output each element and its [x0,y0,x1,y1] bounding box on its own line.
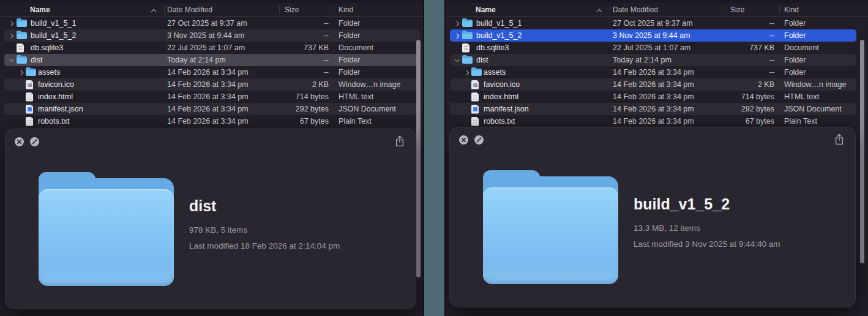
disclosure-right-icon[interactable] [18,70,23,75]
desktop-background: { "colors": { "desktop_teal": "#4e6a72",… [0,0,868,316]
disclosure-right-icon[interactable] [464,70,469,75]
column-header-name[interactable]: Name [30,3,50,17]
circle-slash-icon[interactable] [474,135,484,145]
file-kind: Document [784,42,819,54]
file-row-manifest.json[interactable]: manifest.json14 Feb 2026 at 3:34 pm292 b… [0,103,423,115]
disclosure-right-icon[interactable] [454,21,459,26]
doc-image-icon [26,80,33,89]
disclosure-right-icon[interactable] [9,33,13,38]
folder-icon [462,20,473,27]
file-kind: JSON Document [784,103,842,115]
file-name: db.sqlite3 [31,42,64,54]
folder-icon-large [483,170,618,284]
disclosure-right-icon[interactable] [454,33,459,38]
date-modified: 14 Feb 2026 at 3:34 pm [613,78,694,91]
file-row-db.sqlite3[interactable]: db.sqlite322 Jul 2025 at 1:07 am737 KBDo… [0,42,423,54]
file-name: manifest.json [38,103,83,115]
share-icon[interactable] [834,134,844,145]
circle-slash-icon[interactable] [30,137,39,146]
file-row-build_v1_5_2[interactable]: build_v1_5_23 Nov 2025 at 9:44 am--Folde… [446,29,868,42]
file-kind: Folder [339,29,360,42]
disclosure-down-icon[interactable] [9,58,13,62]
column-header-kind[interactable]: Kind [339,3,353,17]
column-divider[interactable] [610,6,610,14]
doc-json-icon [26,105,33,114]
date-modified: 14 Feb 2026 at 3:34 pm [167,103,249,115]
file-row-robots.txt[interactable]: robots.txt14 Feb 2026 at 3:34 pm67 bytes… [0,115,423,127]
doc-json-icon [471,105,479,114]
file-kind: Document [339,42,373,54]
file-row-dist[interactable]: distToday at 2:14 pm--Folder [0,54,423,66]
file-row-favicon.ico[interactable]: favicon.ico14 Feb 2026 at 3:34 pm2 KBWin… [0,78,423,91]
sort-chevron-up-icon [152,9,156,13]
date-modified: 27 Oct 2025 at 9:37 am [613,17,693,29]
file-row-dist[interactable]: distToday at 2:14 pm--Folder [446,54,868,66]
file-size: 292 bytes [709,103,774,115]
column-header-date-modified[interactable]: Date Modified [167,3,212,17]
file-name: db.sqlite3 [476,42,509,54]
circle-x-icon[interactable] [459,135,468,145]
file-size: 714 bytes [709,91,774,103]
sort-chevron-up-icon [597,9,602,13]
folder-icon [462,32,473,39]
file-row-assets[interactable]: assets14 Feb 2026 at 3:34 pm--Folder [0,66,423,78]
file-row-assets[interactable]: assets14 Feb 2026 at 3:34 pm--Folder [446,66,868,78]
file-size: -- [709,17,774,29]
doc-txt-icon [471,117,479,126]
file-size: -- [709,66,774,78]
file-row-db.sqlite3[interactable]: db.sqlite322 Jul 2025 at 1:07 am737 KBDo… [446,42,868,54]
circle-x-icon[interactable] [15,137,24,146]
file-name: index.html [484,91,518,103]
file-row-build_v1_5_1[interactable]: build_v1_5_127 Oct 2025 at 9:37 am--Fold… [446,17,868,29]
column-header-size[interactable]: Size [285,3,299,17]
date-modified: 14 Feb 2026 at 3:34 pm [167,78,249,91]
file-kind: Plain Text [339,115,372,127]
file-kind: Folder [784,54,806,66]
column-divider[interactable] [164,6,165,14]
file-row-manifest.json[interactable]: manifest.json14 Feb 2026 at 3:34 pm292 b… [446,103,868,115]
disclosure-down-icon[interactable] [454,58,459,62]
file-name: build_v1_5_1 [31,17,76,29]
quicklook-size-items: 13.3 MB, 12 items [634,220,780,236]
file-row-build_v1_5_1[interactable]: build_v1_5_127 Oct 2025 at 9:37 am--Fold… [0,17,423,29]
date-modified: 27 Oct 2025 at 9:37 am [167,17,247,29]
file-name: dist [476,54,488,66]
column-divider[interactable] [279,6,280,14]
file-size: -- [709,29,774,42]
column-divider[interactable] [779,6,780,14]
share-icon[interactable] [395,135,405,147]
quicklook-last-modified: Last modified 18 Feb 2026 at 2:14:04 pm [189,238,340,254]
date-modified: Today at 2:14 pm [167,54,226,66]
doc-html-icon [471,92,479,102]
column-header-name[interactable]: Name [476,3,496,17]
file-row-index.html[interactable]: index.html14 Feb 2026 at 3:34 pm714 byte… [0,91,423,103]
finder-window-right: Name Date Modified Size Kind build_v1_5_… [444,0,868,316]
file-kind: Window…n image [339,78,400,91]
file-row-build_v1_5_2[interactable]: build_v1_5_23 Nov 2025 at 9:44 am--Folde… [0,29,423,42]
column-divider[interactable] [725,6,725,14]
folder-icon [462,56,473,64]
scrollbar[interactable] [416,40,421,277]
column-divider[interactable] [334,6,334,14]
disclosure-right-icon[interactable] [9,21,13,26]
column-header-date-modified[interactable]: Date Modified [613,3,658,17]
file-kind: Folder [784,66,806,78]
file-size: 714 bytes [263,91,329,103]
quicklook-title: dist [189,197,340,215]
date-modified: Today at 2:14 pm [613,54,672,66]
date-modified: 14 Feb 2026 at 3:34 pm [167,66,249,78]
file-row-favicon.ico[interactable]: favicon.ico14 Feb 2026 at 3:34 pm2 KBWin… [446,78,868,91]
column-header-kind[interactable]: Kind [784,3,799,17]
folder-icon [17,32,27,39]
file-name: robots.txt [484,115,515,127]
file-name: build_v1_5_2 [476,29,522,42]
file-size: 2 KB [709,78,774,91]
file-row-index.html[interactable]: index.html14 Feb 2026 at 3:34 pm714 byte… [446,91,868,103]
scrollbar[interactable] [860,40,864,263]
date-modified: 14 Feb 2026 at 3:34 pm [167,91,249,103]
date-modified: 3 Nov 2025 at 9:44 am [613,29,690,42]
file-size: 292 bytes [263,103,329,115]
column-header-size[interactable]: Size [730,3,744,17]
file-row-robots.txt[interactable]: robots.txt14 Feb 2026 at 3:34 pm67 bytes… [446,115,868,127]
folder-icon [17,20,27,27]
